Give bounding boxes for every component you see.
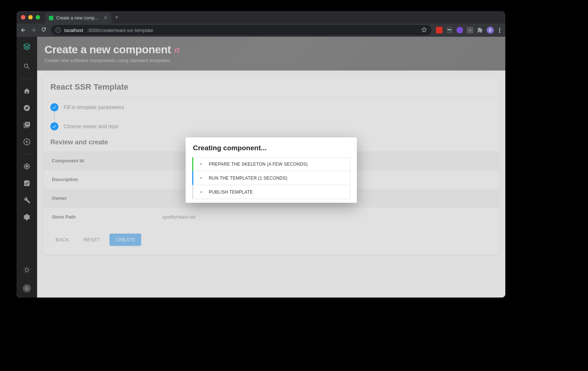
nav-back-button[interactable] bbox=[20, 27, 26, 33]
app-sidebar: G bbox=[17, 37, 37, 298]
chevron-down-icon bbox=[198, 190, 204, 195]
main-content: Create a new component α Create new soft… bbox=[37, 37, 505, 298]
new-tab-button[interactable]: + bbox=[115, 14, 118, 21]
favicon-icon bbox=[49, 16, 53, 20]
modal-steps-list: PREPARE THE SKELETON (A FEW SECONDS) RUN… bbox=[186, 157, 357, 202]
home-icon[interactable] bbox=[23, 87, 31, 95]
window-minimize-button[interactable] bbox=[28, 15, 33, 19]
browser-titlebar: Create a new component | Bac + bbox=[17, 11, 505, 24]
wrench-icon[interactable] bbox=[23, 196, 31, 204]
chevron-down-icon bbox=[198, 162, 204, 167]
app-logo-icon[interactable] bbox=[22, 42, 32, 51]
checklist-icon[interactable] bbox=[23, 179, 31, 187]
step-complete-icon bbox=[50, 122, 58, 130]
close-tab-icon[interactable] bbox=[103, 16, 108, 20]
search-icon[interactable] bbox=[23, 62, 31, 71]
site-info-icon[interactable]: i bbox=[55, 28, 61, 33]
browser-window: Create a new component | Bac + i localho… bbox=[17, 11, 505, 298]
browser-toolbar: i localhost:3000/create/react-ssr-templa… bbox=[17, 24, 505, 37]
window-maximize-button[interactable] bbox=[36, 15, 40, 19]
modal-step-label: PREPARE THE SKELETON (A FEW SECONDS) bbox=[209, 162, 308, 167]
create-icon[interactable] bbox=[23, 138, 31, 146]
modal-step-label: RUN THE TEMPLATER (1 SECONDS) bbox=[209, 176, 287, 181]
explore-icon[interactable] bbox=[23, 104, 31, 112]
chevron-down-icon bbox=[198, 176, 204, 181]
modal-step-item[interactable]: RUN THE TEMPLATER (1 SECONDS) bbox=[192, 171, 350, 185]
modal-step-item[interactable]: PUBLISH TEMPLATE bbox=[192, 185, 350, 199]
bookmark-star-icon[interactable] bbox=[421, 27, 427, 34]
profile-avatar[interactable]: B bbox=[487, 26, 494, 34]
creating-modal: Creating component... PREPARE THE SKELET… bbox=[186, 137, 357, 203]
graphql-icon[interactable] bbox=[23, 213, 31, 221]
browser-tab[interactable]: Create a new component | Bac bbox=[45, 12, 111, 24]
browser-menu-button[interactable] bbox=[498, 28, 502, 33]
extension-icon[interactable] bbox=[456, 27, 463, 33]
reload-button[interactable] bbox=[41, 26, 47, 34]
address-bar[interactable]: i localhost:3000/create/react-ssr-templa… bbox=[51, 25, 431, 35]
window-controls bbox=[21, 15, 40, 19]
extension-icon[interactable]: 📷 bbox=[446, 27, 453, 33]
viewport: G Create a new component α Create new so… bbox=[17, 37, 505, 298]
modal-step-item[interactable]: PREPARE THE SKELETON (A FEW SECONDS) bbox=[192, 157, 350, 171]
nav-forward-button[interactable] bbox=[31, 27, 36, 33]
user-avatar[interactable]: G bbox=[23, 284, 31, 292]
puzzle-icon[interactable] bbox=[477, 27, 483, 33]
extension-icon[interactable] bbox=[436, 27, 442, 33]
step-complete-icon bbox=[50, 103, 58, 111]
tab-title: Create a new component | Bac bbox=[56, 15, 100, 21]
modal-scrim[interactable]: Creating component... PREPARE THE SKELET… bbox=[37, 37, 505, 298]
window-close-button[interactable] bbox=[21, 15, 25, 19]
url-host: localhost bbox=[64, 28, 83, 33]
url-path: :3000/create/react-ssr-template bbox=[87, 28, 153, 33]
extension-icon[interactable]: ✕ bbox=[467, 27, 473, 33]
modal-title: Creating component... bbox=[186, 137, 357, 157]
toolbar-extensions: 📷 ✕ B bbox=[436, 26, 502, 34]
target-icon[interactable] bbox=[23, 162, 31, 170]
docs-icon[interactable] bbox=[23, 121, 31, 129]
theme-toggle-icon[interactable] bbox=[23, 266, 31, 274]
modal-step-label: PUBLISH TEMPLATE bbox=[209, 190, 253, 195]
